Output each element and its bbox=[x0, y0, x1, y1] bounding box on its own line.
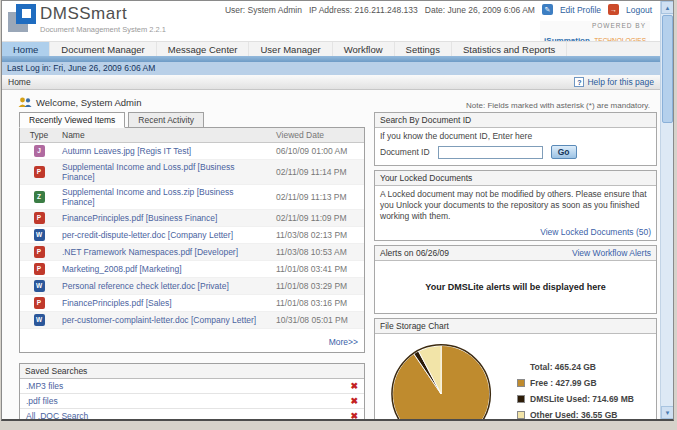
col-type: Type bbox=[20, 128, 58, 143]
viewed-date: 06/10/09 01:00 AM bbox=[272, 143, 364, 160]
table-row: Wper-customer-complaint-letter.doc [Comp… bbox=[20, 312, 364, 329]
recently-viewed-panel: Type Name Viewed Date JAutumn Leaves.jpg… bbox=[19, 127, 365, 353]
document-link[interactable]: FinancePrinciples.pdf [Business Finance] bbox=[62, 213, 217, 223]
locked-documents-title: Your Locked Documents bbox=[380, 173, 472, 183]
nav-item-settings[interactable]: Settings bbox=[395, 42, 452, 56]
view-locked-documents-link[interactable]: View Locked Documents (50) bbox=[375, 225, 656, 240]
left-column: Recently Viewed ItemsRecent Activity Typ… bbox=[19, 112, 365, 421]
file-type-icon-doc: W bbox=[34, 229, 45, 241]
viewed-date: 11/01/08 03:16 PM bbox=[272, 295, 364, 312]
edit-profile-icon[interactable]: ✎ bbox=[542, 4, 553, 15]
tab-recent-activity[interactable]: Recent Activity bbox=[128, 112, 204, 128]
viewed-date: 10/31/08 05:01 PM bbox=[272, 312, 364, 329]
view-workflow-alerts-link[interactable]: View Workflow Alerts bbox=[572, 248, 651, 258]
user-label: User: System Admin bbox=[225, 5, 302, 15]
table-row: ZSupplemental Income and Loss.zip [Busin… bbox=[20, 185, 364, 210]
list-item: .MP3 files✖ bbox=[20, 379, 364, 394]
legend-row-other-used: Other Used: 36.55 GB bbox=[517, 410, 634, 420]
viewed-date: 02/11/09 11:09 PM bbox=[272, 210, 364, 227]
vertical-scrollbar[interactable]: ▲ ▼ bbox=[660, 1, 673, 419]
list-item: .pdf files✖ bbox=[20, 394, 364, 409]
locked-documents-header: Your Locked Documents bbox=[375, 171, 656, 186]
scrollbar-down-icon[interactable]: ▼ bbox=[661, 406, 674, 419]
delete-icon[interactable]: ✖ bbox=[350, 412, 358, 421]
scrollbar-thumb[interactable] bbox=[662, 15, 673, 123]
nav-bar: HomeDocument ManagerMessage CenterUser M… bbox=[2, 41, 660, 56]
alerts-header: Alerts on 06/26/09 View Workflow Alerts bbox=[375, 246, 656, 261]
document-link[interactable]: Supplemental Income and Loss.zip [Busine… bbox=[62, 187, 234, 207]
search-by-id-title: Search By Document ID bbox=[380, 115, 471, 125]
recently-viewed-table: Type Name Viewed Date JAutumn Leaves.jpg… bbox=[20, 128, 364, 329]
powered-by-label: POWERED BY bbox=[544, 22, 646, 29]
help-label[interactable]: Help for this page bbox=[587, 77, 654, 87]
help-link[interactable]: ? Help for this page bbox=[574, 77, 654, 87]
document-link[interactable]: Autumn Leaves.jpg [Regis IT Test] bbox=[62, 146, 191, 156]
saved-searches-header: Saved Searches bbox=[20, 364, 364, 379]
main-content: Welcome, System Admin Note: Fields marke… bbox=[2, 90, 660, 419]
saved-search-link[interactable]: .MP3 files bbox=[26, 381, 63, 391]
nav-item-workflow[interactable]: Workflow bbox=[333, 42, 395, 56]
help-icon[interactable]: ? bbox=[574, 77, 584, 87]
legend-swatch bbox=[517, 411, 525, 419]
nav-item-document-manager[interactable]: Document Manager bbox=[50, 42, 156, 56]
viewed-date: 02/11/09 11:13 PM bbox=[272, 185, 364, 210]
viewed-date: 02/11/09 11:14 PM bbox=[272, 160, 364, 185]
right-column: Search By Document ID If you know the do… bbox=[374, 112, 657, 421]
document-link[interactable]: FinancePrinciples.pdf [Sales] bbox=[62, 298, 172, 308]
tab-recently-viewed-items[interactable]: Recently Viewed Items bbox=[19, 112, 125, 128]
document-link[interactable]: Personal reference check letter.doc [Pri… bbox=[62, 281, 229, 291]
saved-search-link[interactable]: .pdf files bbox=[26, 396, 58, 406]
file-type-icon-doc: W bbox=[34, 314, 45, 326]
document-link[interactable]: Marketing_2008.pdf [Marketing] bbox=[62, 264, 182, 274]
delete-icon[interactable]: ✖ bbox=[350, 397, 358, 406]
saved-search-link[interactable]: All .DOC Search bbox=[26, 411, 88, 421]
table-row: P.NET Framework Namespaces.pdf [Develope… bbox=[20, 244, 364, 261]
pie-chart bbox=[387, 338, 499, 421]
col-date: Viewed Date bbox=[272, 128, 364, 143]
nav-item-statistics-and-reports[interactable]: Statistics and Reports bbox=[452, 42, 567, 56]
legend-row-dmslite-used: DMSLite Used: 714.69 MB bbox=[517, 394, 634, 404]
table-header-row: Type Name Viewed Date bbox=[20, 128, 364, 143]
file-type-icon-zip: Z bbox=[34, 191, 45, 203]
file-storage-header: File Storage Chart bbox=[375, 319, 656, 334]
delete-icon[interactable]: ✖ bbox=[350, 382, 358, 391]
edit-profile-link[interactable]: Edit Profile bbox=[560, 5, 601, 15]
nav-item-home[interactable]: Home bbox=[2, 42, 50, 56]
more-link[interactable]: More>> bbox=[329, 337, 358, 347]
breadcrumb-bar: Home ? Help for this page bbox=[2, 75, 660, 90]
document-link[interactable]: .NET Framework Namespaces.pdf [Developer… bbox=[62, 247, 238, 257]
list-item: All .DOC Search✖ bbox=[20, 409, 364, 421]
file-type-icon-pdf: P bbox=[34, 297, 45, 309]
welcome-users-icon bbox=[18, 97, 32, 108]
file-storage-panel: File Storage Chart Total: 465.24 GB Free… bbox=[374, 318, 657, 421]
logout-link[interactable]: Logout bbox=[626, 5, 652, 15]
welcome-row: Welcome, System Admin bbox=[18, 97, 141, 108]
scrollbar-up-icon[interactable]: ▲ bbox=[661, 1, 674, 14]
legend-total: Total: 465.24 GB bbox=[517, 362, 634, 372]
col-name: Name bbox=[58, 128, 272, 143]
file-storage-chart: Total: 465.24 GB Free : 427.99 GBDMSLite… bbox=[375, 334, 656, 421]
logout-icon[interactable]: → bbox=[608, 4, 619, 15]
app-title: DMSSmart bbox=[40, 4, 166, 24]
viewed-date: 11/03/08 02:13 PM bbox=[272, 227, 364, 244]
table-row: WPersonal reference check letter.doc [Pr… bbox=[20, 278, 364, 295]
document-link[interactable]: Supplemental Income and Loss.pdf [Busine… bbox=[62, 162, 234, 182]
chart-legend: Total: 465.24 GB Free : 427.99 GBDMSLite… bbox=[517, 362, 634, 421]
header: DMSSmart Document Management System 2.2.… bbox=[2, 1, 660, 41]
table-row: PSupplemental Income and Loss.pdf [Busin… bbox=[20, 160, 364, 185]
legend-label: Other Used: 36.55 GB bbox=[530, 410, 617, 420]
document-link[interactable]: per-customer-complaint-letter.doc [Compa… bbox=[62, 315, 256, 325]
nav-item-user-manager[interactable]: User Manager bbox=[249, 42, 332, 56]
table-row: PMarketing_2008.pdf [Marketing]11/01/08 … bbox=[20, 261, 364, 278]
viewed-date: 11/01/08 03:41 PM bbox=[272, 261, 364, 278]
go-button[interactable]: Go bbox=[551, 145, 577, 159]
ip-label: IP Address: 216.211.248.133 bbox=[309, 5, 418, 15]
document-link[interactable]: per-credit-dispute-letter.doc [Company L… bbox=[62, 230, 233, 240]
file-type-icon-doc: W bbox=[34, 280, 45, 292]
breadcrumb[interactable]: Home bbox=[8, 77, 31, 87]
saved-searches-panel: Saved Searches .MP3 files✖.pdf files✖All… bbox=[19, 363, 365, 421]
file-storage-title: File Storage Chart bbox=[380, 321, 449, 331]
last-login-bar: Last Log in: Fri, June 26, 2009 6:06 AM bbox=[2, 62, 660, 75]
nav-item-message-center[interactable]: Message Center bbox=[157, 42, 250, 56]
document-id-input[interactable] bbox=[438, 146, 543, 159]
